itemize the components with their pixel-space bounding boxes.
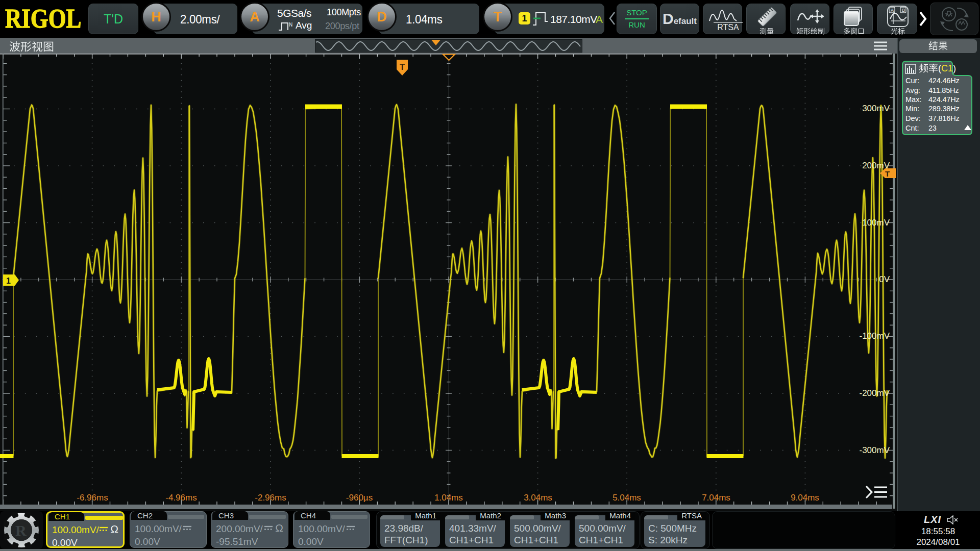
svg-text:N: N: [289, 22, 292, 28]
svg-text:A: A: [891, 8, 894, 13]
svg-text:T: T: [400, 62, 405, 72]
svg-text:R: R: [15, 522, 27, 539]
svg-text:B: B: [902, 8, 905, 13]
svg-text:1: 1: [6, 277, 11, 285]
